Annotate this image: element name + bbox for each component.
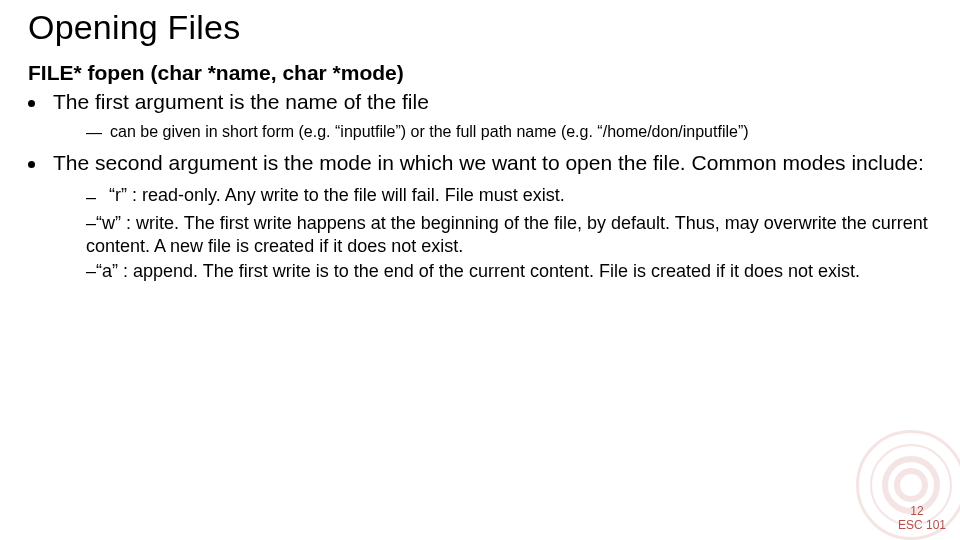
bullet-item: The second argument is the mode in which…: [28, 150, 932, 176]
sub-item: –“a” : append. The first write is to the…: [86, 260, 932, 283]
sub-text: can be given in short form (e.g. “inputf…: [110, 121, 749, 143]
course-code: ESC 101: [898, 518, 946, 532]
sub-list: – “r” : read-only. Any write to the file…: [86, 184, 932, 284]
bullet-text: The second argument is the mode in which…: [53, 150, 924, 176]
sub-text: –“w” : write. The first write happens at…: [86, 213, 928, 256]
sub-text: –“a” : append. The first write is to the…: [86, 261, 860, 281]
bullet-icon: [28, 161, 35, 168]
dash-icon: —: [86, 123, 102, 144]
page-number: 12: [898, 504, 946, 518]
dash-icon: –: [86, 186, 101, 209]
sub-item: –“w” : write. The first write happens at…: [86, 212, 932, 259]
bullet-text: The first argument is the name of the fi…: [53, 89, 429, 115]
sub-list: — can be given in short form (e.g. “inpu…: [86, 121, 932, 144]
slide-title: Opening Files: [28, 8, 932, 47]
footer: 12 ESC 101: [898, 504, 946, 532]
sub-item: – “r” : read-only. Any write to the file…: [86, 184, 932, 209]
bullet-item: The first argument is the name of the fi…: [28, 89, 932, 115]
sub-text: “r” : read-only. Any write to the file w…: [109, 184, 565, 207]
fopen-signature: FILE* fopen (char *name, char *mode): [28, 61, 932, 85]
bullet-icon: [28, 100, 35, 107]
sub-item: — can be given in short form (e.g. “inpu…: [86, 121, 932, 144]
slide: Opening Files FILE* fopen (char *name, c…: [0, 0, 960, 284]
